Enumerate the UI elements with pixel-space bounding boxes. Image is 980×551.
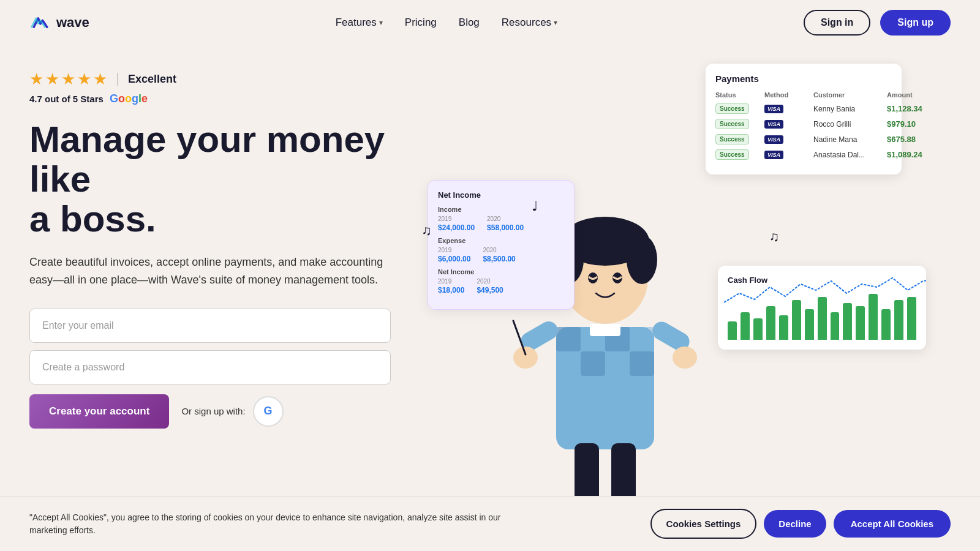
left-panel: ★ ★ ★ ★ ★ Excellent 4.7 out of 5 Stars G…: [29, 58, 409, 547]
cookie-buttons: Cookies Settings Decline Accept All Cook…: [650, 509, 951, 539]
nav-blog[interactable]: Blog: [459, 17, 480, 29]
bar-15: [907, 297, 916, 340]
create-account-button[interactable]: Create your account: [29, 394, 169, 429]
right-panel: Payments Status Method Customer Amount S…: [409, 58, 951, 547]
bar-14: [894, 300, 903, 340]
svg-rect-6: [581, 351, 605, 376]
table-row: Success VISA Anastasia Dal... $1,089.24: [715, 149, 892, 160]
decline-button[interactable]: Decline: [764, 510, 826, 538]
income-section-expense: Expense 2019 $6,000.00 2020 $8,500.00: [438, 237, 564, 263]
svg-rect-15: [590, 324, 620, 336]
bar-8: [818, 297, 827, 340]
cashflow-card: Cash Flow: [718, 266, 926, 350]
table-row: Success VISA Rocco Grilli $979.10: [715, 119, 892, 129]
bar-4: [766, 306, 775, 340]
bar-5: [779, 315, 788, 340]
table-row: Success VISA Kenny Bania $1,128.34: [715, 103, 892, 114]
chevron-down-icon: ▾: [379, 18, 383, 27]
google-logo: Google: [110, 92, 148, 105]
income-card: Net Income Income 2019 $24,000.00 2020 $…: [428, 180, 575, 310]
cookie-banner: "Accept All Cookies", you agree to the s…: [0, 496, 980, 551]
nav-buttons: Sign in Sign up: [804, 10, 951, 36]
nav-resources[interactable]: Resources ▾: [502, 17, 557, 29]
svg-point-19: [673, 347, 697, 369]
bar-10: [843, 303, 852, 340]
rating-row: ★ ★ ★ ★ ★ Excellent: [29, 70, 409, 89]
star-2: ★: [45, 70, 59, 89]
logo-text: wave: [56, 15, 89, 31]
svg-rect-5: [556, 351, 581, 376]
music-note-icon: ♫: [769, 229, 780, 245]
or-signup: Or sign up with: G: [169, 396, 295, 427]
header: wave Features ▾ Pricing Blog Resources ▾…: [0, 0, 980, 45]
stars: ★ ★ ★ ★ ★: [29, 70, 107, 89]
bar-1: [728, 321, 737, 340]
bar-3: [753, 318, 763, 340]
cookie-text: "Accept All Cookies", you agree to the s…: [29, 511, 519, 537]
cashflow-title: Cash Flow: [728, 276, 916, 285]
bar-9: [831, 312, 840, 340]
headline: Manage your money like a boss.: [29, 120, 409, 239]
payments-card: Payments Status Method Customer Amount S…: [706, 64, 902, 174]
signup-button[interactable]: Sign up: [880, 10, 951, 36]
svg-point-18: [513, 347, 538, 369]
bar-11: [856, 306, 865, 340]
star-4: ★: [77, 70, 91, 89]
logo[interactable]: wave: [29, 12, 89, 34]
sub-rating: 4.7 out of 5 Stars Google: [29, 92, 409, 105]
bar-6: [792, 300, 801, 340]
bar-12: [869, 294, 878, 340]
star-3: ★: [61, 70, 75, 89]
signin-button[interactable]: Sign in: [804, 10, 870, 36]
bar-7: [805, 309, 814, 340]
bar-2: [741, 312, 750, 340]
table-row: Success VISA Nadine Mana $675.88: [715, 134, 892, 144]
nav-pricing[interactable]: Pricing: [405, 17, 437, 29]
excellent-label: Excellent: [117, 73, 176, 86]
svg-point-12: [627, 235, 657, 284]
svg-rect-8: [630, 351, 654, 376]
google-signup-button[interactable]: G: [253, 396, 284, 427]
main-content: ★ ★ ★ ★ ★ Excellent 4.7 out of 5 Stars G…: [0, 45, 980, 547]
email-input[interactable]: [29, 309, 391, 343]
bar-13: [881, 309, 891, 340]
nav: Features ▾ Pricing Blog Resources ▾: [336, 17, 557, 29]
svg-rect-4: [630, 327, 654, 351]
cashflow-chart: [728, 291, 916, 340]
income-section-income: Income 2019 $24,000.00 2020 $58,000.00: [438, 206, 564, 232]
signup-form: Create your account Or sign up with: G: [29, 309, 391, 429]
payments-card-title: Payments: [715, 73, 892, 84]
star-5: ★: [93, 70, 107, 89]
rating-text: 4.7 out of 5 Stars: [29, 94, 104, 104]
accept-all-cookies-button[interactable]: Accept All Cookies: [834, 510, 951, 538]
payments-table-header: Status Method Customer Amount: [715, 91, 892, 99]
music-note-icon: ♩: [532, 198, 538, 214]
income-card-title: Net Income: [438, 190, 564, 200]
svg-rect-7: [605, 351, 630, 376]
password-input[interactable]: [29, 350, 391, 384]
cta-row: Create your account Or sign up with: G: [29, 394, 391, 429]
cookies-settings-button[interactable]: Cookies Settings: [650, 509, 757, 539]
svg-rect-1: [556, 327, 581, 351]
nav-features[interactable]: Features ▾: [336, 17, 383, 29]
income-section-net: Net Income 2019 $18,000 2020 $49,500: [438, 268, 564, 294]
star-1: ★: [29, 70, 43, 89]
chevron-down-icon: ▾: [554, 18, 557, 27]
music-note-icon: ♫: [421, 223, 432, 239]
subtext: Create beautiful invoices, accept online…: [29, 253, 385, 289]
